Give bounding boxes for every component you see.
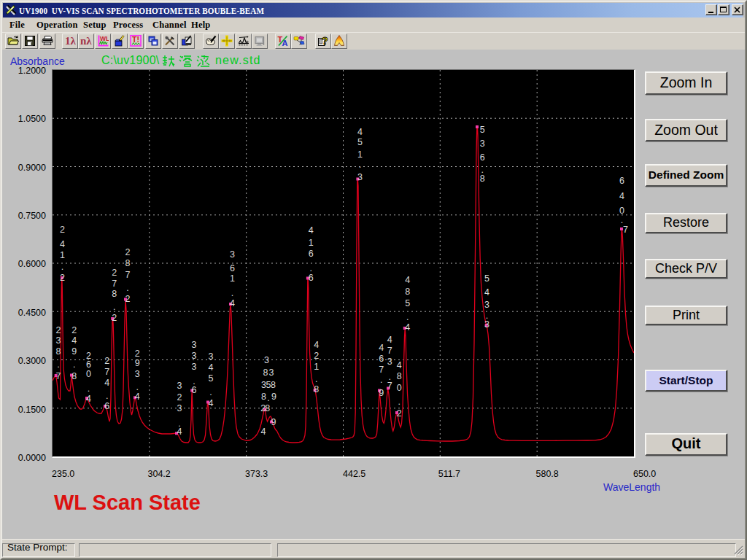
svg-text:1: 1 bbox=[357, 149, 363, 160]
svg-text:7: 7 bbox=[387, 381, 392, 391]
svg-text:7: 7 bbox=[112, 279, 117, 289]
svg-text:6: 6 bbox=[104, 401, 109, 411]
svg-text:4: 4 bbox=[357, 127, 363, 137]
svg-text:1: 1 bbox=[60, 250, 65, 260]
svg-text:6: 6 bbox=[379, 354, 384, 364]
svg-text:.: . bbox=[57, 359, 59, 370]
svg-text:2: 2 bbox=[104, 356, 109, 366]
svg-text:9: 9 bbox=[71, 346, 77, 357]
svg-text:2: 2 bbox=[112, 268, 117, 278]
svg-text:9: 9 bbox=[271, 417, 276, 427]
svg-text:3: 3 bbox=[192, 362, 197, 372]
svg-text:4: 4 bbox=[86, 394, 91, 404]
svg-text:3: 3 bbox=[357, 172, 363, 182]
svg-text:8: 8 bbox=[271, 380, 276, 390]
svg-text:8: 8 bbox=[314, 384, 319, 394]
svg-text:8: 8 bbox=[125, 258, 131, 268]
svg-text:9: 9 bbox=[271, 392, 276, 402]
svg-text:4: 4 bbox=[71, 335, 77, 346]
svg-text:3: 3 bbox=[230, 249, 235, 260]
svg-text:.: . bbox=[267, 393, 269, 403]
svg-text:A: A bbox=[282, 39, 287, 47]
svg-text:6: 6 bbox=[192, 385, 197, 395]
svg-text:5: 5 bbox=[480, 125, 485, 135]
svg-text:.: . bbox=[73, 359, 75, 370]
svg-text:1λ: 1λ bbox=[65, 35, 76, 47]
svg-text:7: 7 bbox=[379, 365, 384, 375]
svg-text:2: 2 bbox=[71, 325, 77, 335]
svg-text:2: 2 bbox=[314, 351, 319, 361]
svg-text:2: 2 bbox=[60, 225, 65, 235]
svg-text:6: 6 bbox=[480, 152, 485, 163]
svg-text:.: . bbox=[398, 397, 400, 407]
svg-text:8: 8 bbox=[397, 371, 402, 381]
svg-text:4: 4 bbox=[405, 275, 410, 285]
svg-text:5: 5 bbox=[357, 137, 363, 147]
svg-text:3: 3 bbox=[56, 335, 61, 346]
svg-text:1: 1 bbox=[230, 273, 235, 284]
svg-text:2: 2 bbox=[56, 325, 61, 335]
svg-text:.: . bbox=[406, 312, 409, 322]
svg-text:9: 9 bbox=[379, 388, 384, 398]
svg-text:nλ: nλ bbox=[80, 35, 92, 47]
svg-text:4: 4 bbox=[619, 191, 624, 201]
svg-text:4: 4 bbox=[484, 287, 489, 298]
svg-text:6: 6 bbox=[309, 249, 314, 259]
svg-text:8: 8 bbox=[263, 368, 268, 378]
svg-text:8: 8 bbox=[480, 174, 485, 184]
svg-text:7: 7 bbox=[125, 270, 131, 280]
svg-text:7: 7 bbox=[56, 371, 61, 381]
svg-text:0: 0 bbox=[619, 206, 624, 216]
svg-text:3: 3 bbox=[177, 381, 182, 391]
svg-text:4: 4 bbox=[261, 427, 266, 437]
svg-text:T!: T! bbox=[132, 35, 139, 44]
svg-text:8: 8 bbox=[261, 392, 266, 402]
svg-text:7: 7 bbox=[387, 346, 392, 356]
svg-text:.: . bbox=[106, 391, 108, 401]
svg-text:6: 6 bbox=[619, 176, 624, 186]
svg-text:3: 3 bbox=[387, 357, 392, 367]
svg-text:2: 2 bbox=[397, 408, 402, 419]
svg-text:1: 1 bbox=[314, 362, 319, 372]
svg-text:0: 0 bbox=[397, 383, 402, 393]
svg-text:3: 3 bbox=[192, 340, 197, 350]
svg-text:3: 3 bbox=[192, 351, 197, 361]
svg-text:.: . bbox=[621, 215, 623, 225]
svg-text:4: 4 bbox=[387, 335, 392, 345]
svg-text:.: . bbox=[126, 283, 128, 293]
svg-text:5: 5 bbox=[405, 298, 410, 308]
svg-text:3: 3 bbox=[177, 403, 182, 413]
svg-text:.: . bbox=[61, 262, 63, 272]
svg-text:WL: WL bbox=[100, 35, 109, 42]
svg-text:3: 3 bbox=[484, 300, 489, 310]
svg-text:8: 8 bbox=[71, 371, 77, 381]
svg-text:5: 5 bbox=[484, 273, 489, 284]
svg-text:3: 3 bbox=[135, 369, 140, 379]
svg-text:4: 4 bbox=[314, 340, 319, 350]
svg-text:6: 6 bbox=[86, 359, 91, 370]
svg-text:.: . bbox=[209, 387, 212, 397]
svg-text:.: . bbox=[113, 302, 115, 312]
svg-text:2: 2 bbox=[125, 247, 131, 257]
svg-text:4: 4 bbox=[230, 298, 235, 308]
svg-text:4: 4 bbox=[60, 239, 65, 249]
svg-text:4: 4 bbox=[405, 322, 410, 332]
svg-text:4: 4 bbox=[177, 427, 182, 437]
svg-text:2: 2 bbox=[177, 392, 182, 402]
svg-text:8: 8 bbox=[56, 346, 61, 357]
svg-text:8: 8 bbox=[265, 403, 270, 413]
svg-text:1: 1 bbox=[309, 238, 314, 248]
svg-text:.: . bbox=[380, 375, 382, 385]
svg-text:3: 3 bbox=[480, 139, 485, 149]
svg-text:2: 2 bbox=[112, 313, 117, 323]
svg-text:.: . bbox=[231, 288, 233, 298]
svg-text:2: 2 bbox=[125, 294, 131, 304]
svg-text:3: 3 bbox=[484, 319, 489, 330]
svg-text:6: 6 bbox=[309, 273, 314, 283]
svg-text:4: 4 bbox=[309, 225, 314, 236]
svg-text:.: . bbox=[359, 160, 361, 170]
svg-text:?: ? bbox=[322, 35, 328, 47]
svg-text:2: 2 bbox=[135, 349, 140, 359]
svg-text:4: 4 bbox=[209, 362, 214, 373]
svg-text:4: 4 bbox=[104, 378, 109, 388]
